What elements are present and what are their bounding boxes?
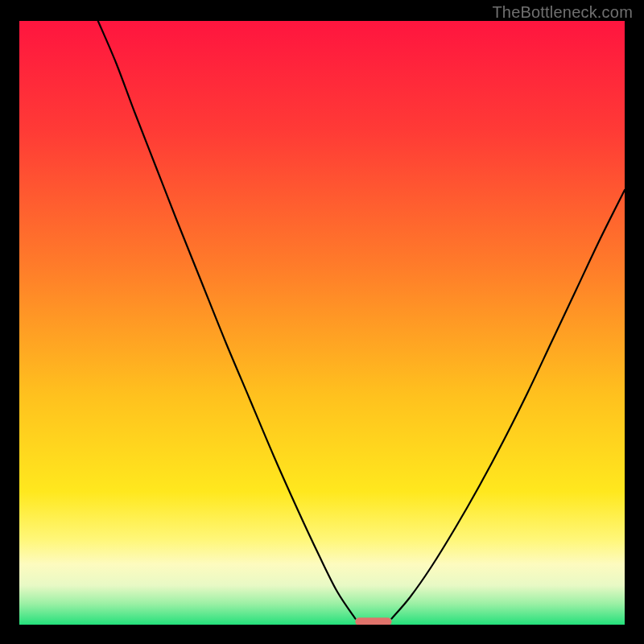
app-frame: TheBottleneck.com <box>0 0 644 644</box>
watermark-text: TheBottleneck.com <box>492 3 633 22</box>
gradient-background <box>19 21 625 625</box>
trough-marker <box>355 617 391 625</box>
bottleneck-curve-chart <box>19 21 625 625</box>
chart-container <box>19 21 625 625</box>
